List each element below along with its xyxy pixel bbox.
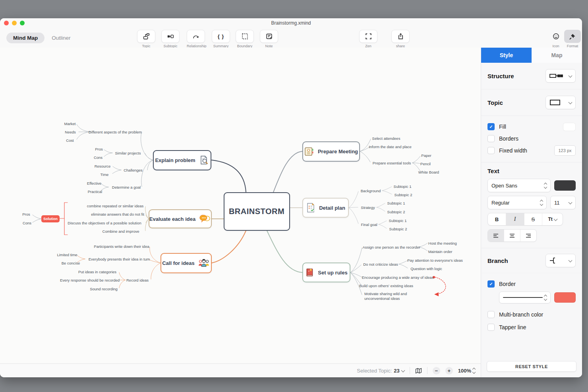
line-style-select[interactable] [499,292,551,303]
topic-evaluate-each-idea[interactable]: Evaluate each idea [149,209,212,228]
topic-combine-improve[interactable]: Combine and improve [103,229,139,234]
topic-discuss-objectives[interactable]: Discuss the objectives of a possible sol… [68,221,141,225]
topic-pencil[interactable]: Pencil [420,162,431,166]
topic-practical[interactable]: Practical [88,189,102,194]
topic-pay-attention[interactable]: Pay attention to everyone's ideas [407,258,463,263]
topic-background[interactable]: Background [361,189,381,193]
borders-checkbox[interactable] [487,135,495,142]
topic-combine-repeated[interactable]: combine repeated or similar ideas [87,204,144,208]
topic-prepare-tools[interactable]: Prepare essential tools [373,161,411,165]
topic-brainstorm[interactable]: BRAINSTORM [224,192,290,231]
topic-resource[interactable]: Resource [95,164,111,168]
topic-cost[interactable]: Cost [66,138,74,143]
font-size-select[interactable]: 11 [550,196,576,209]
topic-limited-time[interactable]: Limited time [57,253,77,257]
topic-sound-recording[interactable]: Sound recording [90,287,118,291]
topic-select-attendees[interactable]: Select attendees [372,136,400,141]
topic-every-response[interactable]: Every response should be recorded [60,278,120,282]
topic-paper[interactable]: Paper [421,153,431,158]
font-weight-select[interactable]: Regular [487,196,547,209]
topic-fg-subtopic-2[interactable]: Subtopic 2 [389,227,407,231]
topic-white-board[interactable]: White Board [418,170,439,174]
topic-detail-plan[interactable]: Detail plan [302,198,349,218]
topic-different-aspects[interactable]: Different aspects of the problem [89,130,142,134]
branch-shape-select[interactable] [545,254,576,267]
topic-pros-solution[interactable]: Pros [22,212,30,216]
border-checkbox[interactable]: ✓ [487,280,495,288]
note-button[interactable]: Note [260,30,278,48]
topic-st-subtopic-2[interactable]: Subtopic 2 [387,210,405,214]
topic-maintain-order[interactable]: Maintain order [428,249,453,254]
topic-determine-goal[interactable]: Determine a goal [112,185,141,189]
topic-bg-subtopic-1[interactable]: Subtopic 1 [394,184,412,189]
topic-question-logic[interactable]: Question with logic [410,266,442,271]
relationship-button[interactable]: Relationship [187,30,205,48]
topic-bg-subtopic-2[interactable]: Subtopic 2 [395,193,412,197]
topic-host-meeting[interactable]: Host the meeting [428,241,457,245]
topic-similar-projects[interactable]: Similar projects [115,151,141,155]
topic-put-ideas[interactable]: Put ideas in categories [78,270,116,274]
topic-no-criticize[interactable]: Do not criticize ideas [363,262,398,266]
topic-everybody-presents[interactable]: Everybody presents their idea in turn [89,257,150,261]
boundary-button[interactable]: Boundary [236,30,254,48]
topic-cons-similar[interactable]: Cons [94,155,103,160]
fixed-width-checkbox[interactable] [487,147,495,154]
align-right-button[interactable] [520,230,536,241]
topic-needs[interactable]: Needs [65,130,75,134]
topic-participants-write[interactable]: Participants write down their idea [94,244,149,249]
map-overview-icon[interactable] [415,368,422,374]
topic-record-ideas[interactable]: Record ideas [126,278,149,282]
structure-select[interactable] [545,69,576,83]
align-left-button[interactable] [488,230,504,241]
format-panel-button[interactable] [564,30,581,43]
branch-color-swatch[interactable] [554,292,576,303]
topic-button[interactable]: Topic [137,30,155,48]
topic-build-upon[interactable]: Build upon others' existing ideas [359,284,413,288]
topic-pros-similar[interactable]: Pros [95,147,103,151]
topic-motivate-sharing[interactable]: Motivate sharing wild and unconventional… [364,292,429,301]
strikethrough-button[interactable]: S [524,213,543,225]
topic-cons-solution[interactable]: Cons [23,221,31,225]
topic-strategy[interactable]: Strategy [361,205,375,210]
reset-style-button[interactable]: RESET STYLE [487,361,576,372]
topic-shape-select[interactable] [545,96,576,109]
align-center-button[interactable] [504,230,520,241]
mindmap-canvas[interactable]: BRAINSTORMExplain problemEvaluate each i… [0,48,481,363]
zoom-out-button[interactable]: − [433,367,440,375]
zoom-in-button[interactable]: + [445,367,453,375]
topic-encourage-ideas[interactable]: Encourage producing a wide array of idea… [362,275,434,280]
topic-assign-recorder[interactable]: Assign one person as the recorder [362,245,420,249]
topic-set-up-rules[interactable]: Set up rules [302,263,350,282]
topic-st-subtopic-1[interactable]: Subtopic 1 [387,201,405,205]
fill-checkbox[interactable]: ✓ [487,123,495,130]
tab-outliner[interactable]: Outliner [52,35,70,41]
topic-inform-date[interactable]: Inform the date and place [369,145,412,149]
topic-eliminate-answers[interactable]: eliminate answers that do not fit [91,212,144,216]
bold-button[interactable]: B [488,213,506,225]
text-color-swatch[interactable] [554,180,576,191]
topic-effective[interactable]: Effective [87,181,101,185]
icon-panel-button[interactable] [547,30,564,43]
topic-explain-problem[interactable]: Explain problem [153,150,211,170]
zen-button[interactable]: Zen [359,30,377,48]
topic-fg-subtopic-1[interactable]: Subtopic 1 [389,218,407,223]
tab-mind-map[interactable]: Mind Map [6,33,44,43]
italic-button[interactable]: I [506,213,524,225]
text-case-button[interactable]: Tt [542,213,563,225]
topic-challenges[interactable]: Challenges [124,168,143,172]
tab-map[interactable]: Map [532,48,582,63]
fill-color-swatch[interactable] [563,123,576,131]
tab-style[interactable]: Style [481,48,532,63]
topic-market[interactable]: Market [64,122,75,126]
topic-call-for-ideas[interactable]: Call for ideas [161,253,212,273]
tapper-line-checkbox[interactable] [487,324,495,331]
topic-be-concise[interactable]: Be concise [62,261,80,265]
topic-solution[interactable]: Solution [41,215,60,222]
subtopic-button[interactable]: Subtopic [161,30,180,48]
topic-prepare-meeting[interactable]: Prepare Meeting [302,141,360,162]
share-button[interactable]: share [391,30,410,48]
font-family-select[interactable]: Open Sans [487,179,551,192]
summary-button[interactable]: { } Summary [212,30,230,48]
multi-branch-color-checkbox[interactable] [487,311,495,318]
fixed-width-input[interactable] [554,145,576,156]
